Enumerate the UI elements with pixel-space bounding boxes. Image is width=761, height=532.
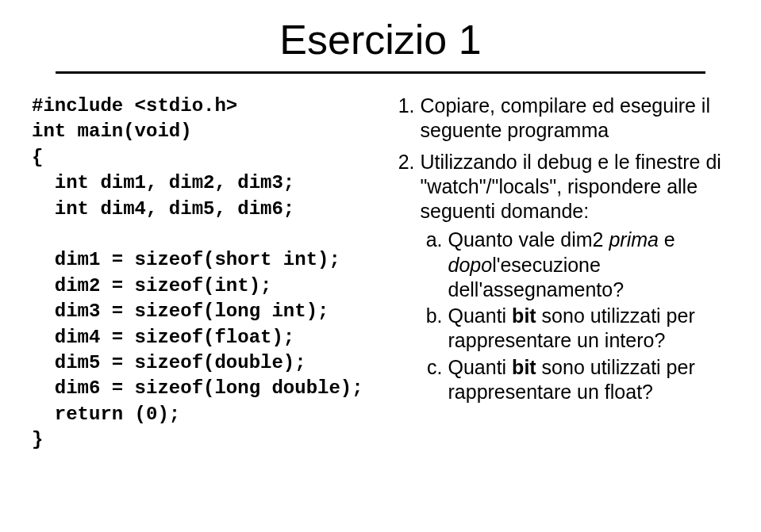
instructions-list: Copiare, compilare ed eseguire il seguen… (397, 94, 730, 404)
content-row: #include <stdio.h> int main(void) { int … (32, 94, 729, 453)
code-line: dim1 = sizeof(short int); (32, 249, 340, 270)
instruction-item: Copiare, compilare ed eseguire il seguen… (421, 94, 730, 144)
sub-question-item: Quanti bit sono utilizzati per rappresen… (448, 304, 730, 354)
code-line: int dim4, dim5, dim6; (32, 198, 294, 220)
page-container: Esercizio 1 #include <stdio.h> int main(… (0, 0, 761, 484)
sub-questions-list: Quanto vale dim2 prima e dopol'esecuzion… (421, 228, 730, 404)
code-line: dim3 = sizeof(long int); (32, 300, 329, 322)
instruction-item: Utilizzando il debug e le finestre di "w… (421, 150, 730, 405)
sub-question-item: Quanti bit sono utilizzati per rappresen… (448, 355, 730, 405)
bold-text: bit (512, 304, 536, 327)
text: e (659, 228, 675, 251)
code-line: { (32, 147, 43, 168)
instruction-text: Utilizzando il debug e le finestre di "w… (421, 151, 721, 223)
code-line: #include <stdio.h> (32, 95, 237, 117)
text: Quanti (448, 356, 513, 378)
italic-text: prima (609, 228, 659, 251)
title-divider (56, 71, 705, 74)
code-line: int main(void) (32, 121, 192, 142)
code-line: dim5 = sizeof(double); (32, 352, 306, 373)
code-line: dim2 = sizeof(int); (32, 275, 271, 297)
sub-question-item: Quanto vale dim2 prima e dopol'esecuzion… (448, 228, 730, 302)
italic-text: dopo (448, 254, 493, 276)
bold-text: bit (512, 356, 536, 378)
instructions-block: Copiare, compilare ed eseguire il seguen… (397, 94, 730, 453)
code-line: return (0); (32, 404, 180, 425)
page-title: Esercizio 1 (32, 16, 729, 63)
code-block: #include <stdio.h> int main(void) { int … (32, 94, 381, 453)
code-line: dim4 = sizeof(float); (32, 327, 294, 348)
text: Quanto vale dim2 (448, 228, 609, 251)
instruction-text: Copiare, compilare ed eseguire il seguen… (421, 94, 710, 141)
text: Quanti (448, 304, 513, 327)
code-line: int dim1, dim2, dim3; (32, 172, 294, 193)
code-line: dim6 = sizeof(long double); (32, 377, 363, 399)
code-line: } (32, 429, 43, 450)
